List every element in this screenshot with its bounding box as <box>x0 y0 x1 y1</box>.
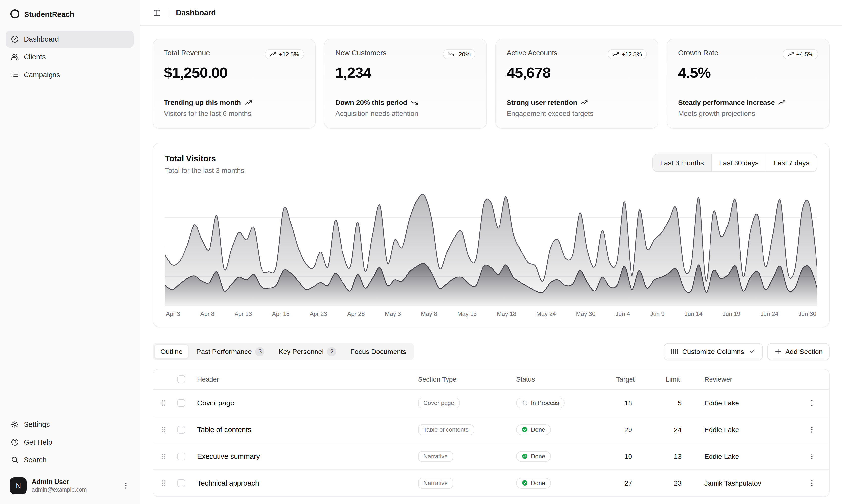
row-checkbox[interactable] <box>177 426 185 433</box>
toolbar-actions: Customize Columns Add Section <box>664 343 830 360</box>
sidebar-item-label: Campaigns <box>24 71 60 79</box>
table-row: Cover pageCover pageIn Process185Eddie L… <box>153 390 829 416</box>
sidebar-toggle-button[interactable] <box>149 5 164 20</box>
search-icon <box>11 456 19 464</box>
table-header-row: HeaderSection TypeStatusTargetLimitRevie… <box>153 369 829 390</box>
stat-card-label: Active Accounts <box>507 49 557 57</box>
stat-card-footer: Down 20% this periodAcquisition needs at… <box>335 98 476 117</box>
trend-up-icon <box>245 99 252 106</box>
row-actions-button[interactable] <box>794 426 829 433</box>
row-checkbox[interactable] <box>177 399 185 407</box>
section-type-badge: Cover page <box>418 397 460 408</box>
sidebar-nav: DashboardClientsCampaigns <box>6 31 134 83</box>
grip-vertical-icon <box>159 452 167 460</box>
customize-columns-button[interactable]: Customize Columns <box>664 343 763 360</box>
x-tick-label: Apr 13 <box>234 310 252 317</box>
trend-badge: -20% <box>443 49 476 59</box>
user-menu[interactable]: N Admin User admin@example.com <box>6 473 134 498</box>
page-header: Dashboard <box>140 0 842 26</box>
select-all-checkbox[interactable] <box>177 375 185 383</box>
row-actions-button[interactable] <box>794 452 829 460</box>
table-row: Technical approachNarrativeDone2723Jamik… <box>153 470 829 497</box>
range-option-last-3-months[interactable]: Last 3 months <box>653 155 711 171</box>
stat-cards-row: Total Revenue+12.5%$1,250.00Trending up … <box>153 39 830 129</box>
column-limit: Limit <box>651 376 700 383</box>
sidebar-item-clients[interactable]: Clients <box>6 49 134 65</box>
sidebar-item-search[interactable]: Search <box>6 451 134 468</box>
sidebar-item-dashboard[interactable]: Dashboard <box>6 31 134 48</box>
range-option-last-30-days[interactable]: Last 30 days <box>711 155 766 171</box>
x-tick-label: Jun 24 <box>760 310 778 317</box>
drag-handle[interactable] <box>153 452 173 460</box>
trend-badge: +12.5% <box>265 49 304 59</box>
sidebar-footer-nav: SettingsGet HelpSearch <box>6 416 134 468</box>
x-tick-label: May 3 <box>385 310 401 317</box>
x-tick-label: May 24 <box>536 310 556 317</box>
limit-value[interactable]: 5 <box>651 399 700 407</box>
sidebar-item-label: Settings <box>24 420 50 428</box>
x-tick-label: Jun 19 <box>723 310 740 317</box>
row-actions-button[interactable] <box>794 399 829 407</box>
sidebar-item-label: Clients <box>24 53 46 61</box>
users-icon <box>11 53 19 61</box>
x-tick-label: May 8 <box>421 310 437 317</box>
row-checkbox[interactable] <box>177 479 185 487</box>
check-circle-icon <box>522 453 528 460</box>
tab-focus-documents[interactable]: Focus Documents <box>344 344 413 359</box>
sidebar-item-campaigns[interactable]: Campaigns <box>6 66 134 83</box>
limit-value[interactable]: 24 <box>651 426 700 433</box>
stat-card-value: 4.5% <box>678 65 818 81</box>
more-vertical-icon <box>808 479 816 487</box>
column-reviewer: Reviewer <box>700 376 794 383</box>
tab-key-personnel[interactable]: Key Personnel2 <box>272 344 343 359</box>
drag-handle[interactable] <box>153 426 173 433</box>
tab-outline[interactable]: Outline <box>154 344 189 359</box>
row-header[interactable]: Cover page <box>193 399 414 407</box>
app-name: StudentReach <box>24 10 74 18</box>
limit-value[interactable]: 23 <box>651 479 700 487</box>
range-option-last-7-days[interactable]: Last 7 days <box>766 155 817 171</box>
column-section-type: Section Type <box>414 376 512 383</box>
row-actions-button[interactable] <box>794 479 829 487</box>
drag-handle[interactable] <box>153 399 173 407</box>
target-value[interactable]: 27 <box>601 479 651 487</box>
help-icon <box>11 438 19 446</box>
row-checkbox[interactable] <box>177 452 185 460</box>
trend-down-icon <box>411 99 418 106</box>
row-header[interactable]: Technical approach <box>193 479 414 487</box>
trend-up-icon <box>778 99 786 106</box>
tab-list: OutlinePast Performance3Key Personnel2Fo… <box>153 343 414 360</box>
x-tick-label: May 13 <box>457 310 477 317</box>
trend-badge-value: +4.5% <box>796 51 813 58</box>
app-logo[interactable]: StudentReach <box>6 6 134 22</box>
stat-card-description: Acquisition needs attention <box>335 109 476 117</box>
tab-label: Focus Documents <box>351 347 406 356</box>
target-value[interactable]: 29 <box>601 426 651 433</box>
table-toolbar: OutlinePast Performance3Key Personnel2Fo… <box>153 343 830 360</box>
sidebar-item-label: Search <box>24 456 47 464</box>
limit-value[interactable]: 13 <box>651 452 700 460</box>
status-badge: Done <box>516 478 551 488</box>
x-tick-label: Jun 9 <box>650 310 665 317</box>
target-value[interactable]: 18 <box>601 399 651 407</box>
stat-card-label: Growth Rate <box>678 49 718 57</box>
target-value[interactable]: 10 <box>601 452 651 460</box>
stat-card-description: Engagement exceed targets <box>507 109 647 117</box>
visitors-card: Total Visitors Total for the last 3 mont… <box>153 143 830 327</box>
add-section-label: Add Section <box>785 347 823 356</box>
app-logo-icon <box>10 9 20 19</box>
sidebar: StudentReach DashboardClientsCampaigns S… <box>0 0 140 504</box>
row-header[interactable]: Table of contents <box>193 426 414 433</box>
x-tick-label: Jun 14 <box>685 310 703 317</box>
more-vertical-icon[interactable] <box>122 482 130 490</box>
sidebar-item-get-help[interactable]: Get Help <box>6 434 134 451</box>
stat-card-footer: Steady performance increaseMeets growth … <box>678 98 818 117</box>
drag-handle[interactable] <box>153 479 173 487</box>
x-tick-label: Jun 30 <box>799 310 816 317</box>
tab-past-performance[interactable]: Past Performance3 <box>190 344 271 359</box>
stat-card-trend-line: Strong user retention <box>507 98 647 106</box>
sidebar-item-settings[interactable]: Settings <box>6 416 134 433</box>
trend-badge: +12.5% <box>608 49 647 59</box>
add-section-button[interactable]: Add Section <box>767 343 830 360</box>
row-header[interactable]: Executive summary <box>193 452 414 460</box>
